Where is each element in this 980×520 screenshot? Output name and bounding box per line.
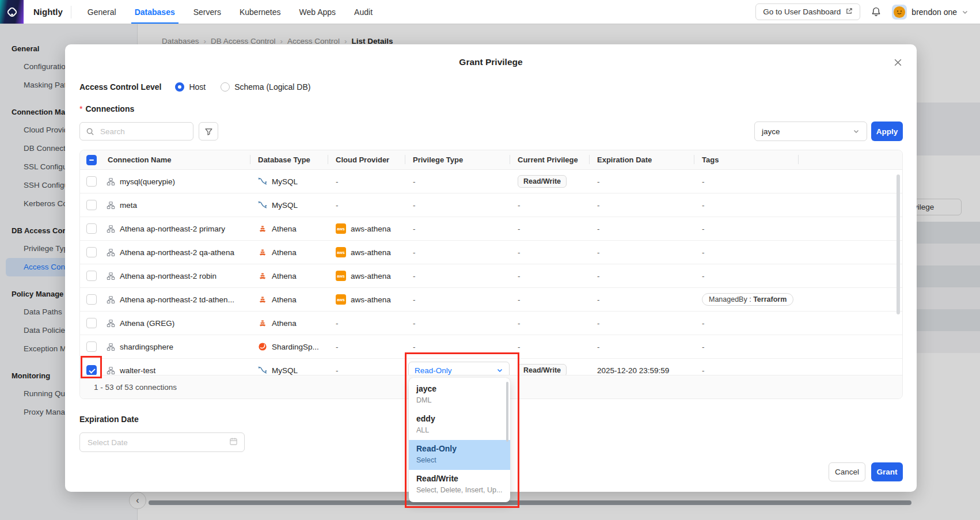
user-menu[interactable]: brendon one (892, 5, 968, 20)
database-type-cell: Athena (250, 224, 328, 233)
tab-databases[interactable]: Databases (126, 0, 184, 24)
dropdown-scrollbar[interactable] (506, 382, 508, 442)
dropdown-option-read-write[interactable]: Read/WriteSelect, Delete, Insert, Up... (409, 470, 510, 500)
database-type-cell: Athena (250, 248, 328, 257)
dropdown-option-subtitle: Select, Delete, Insert, Up... (416, 485, 503, 496)
aws-badge-icon: aws (336, 223, 346, 234)
close-icon[interactable] (891, 56, 904, 69)
table-vertical-scrollbar[interactable] (897, 174, 900, 314)
privilege-type-cell: - (405, 319, 510, 328)
select-all-checkbox[interactable] (86, 155, 97, 165)
expiration-date-input[interactable] (86, 438, 215, 447)
row-checkbox[interactable] (86, 341, 97, 352)
dropdown-option-subtitle: ALL (416, 425, 503, 436)
database-type-cell: MySQL (250, 366, 328, 375)
dropdown-option-title: Read-Only (416, 443, 503, 455)
main-tabs: GeneralDatabasesServersKubernetesWeb App… (78, 0, 382, 24)
cloud-provider: aws-athena (351, 295, 391, 304)
cancel-button[interactable]: Cancel (829, 462, 865, 481)
row-checkbox[interactable] (86, 294, 97, 305)
dropdown-option-jayce[interactable]: jayceDML (409, 380, 510, 410)
expiration-date-cell: - (589, 295, 694, 304)
current-privilege-cell: - (510, 295, 589, 304)
col-tags[interactable]: Tags (694, 150, 798, 169)
row-checkbox[interactable] (86, 200, 97, 210)
search-input[interactable] (99, 127, 182, 136)
col-current-privilege[interactable]: Current Privilege (510, 150, 589, 169)
mysql-icon (258, 200, 267, 210)
row-checkbox-cell (80, 223, 100, 234)
tags-cell: - (694, 366, 798, 375)
cloud-provider-cell: awsaws-athena (328, 271, 405, 281)
tab-general[interactable]: General (78, 0, 126, 24)
col-cloud-provider[interactable]: Cloud Provider (328, 150, 405, 169)
row-checkbox-cell (80, 318, 100, 328)
modal-footer: Cancel Grant (829, 462, 903, 481)
apply-button[interactable]: Apply (871, 122, 903, 141)
row-checkbox[interactable] (86, 365, 97, 375)
connection-name: mysql(querypie) (120, 177, 175, 186)
privilege-user-select[interactable]: jayce (754, 122, 867, 141)
calendar-icon (229, 437, 238, 448)
row-checkbox[interactable] (86, 247, 97, 257)
dropdown-option-read-only[interactable]: Read-OnlySelect (409, 440, 510, 470)
database-type: Athena (272, 272, 297, 280)
database-type: Athena (272, 319, 297, 328)
athena-icon (258, 224, 267, 233)
user-name: brendon one (911, 7, 957, 17)
connection-sitemap-icon (107, 248, 115, 257)
connection-name-cell: meta (100, 201, 250, 210)
radio-label: Host (189, 82, 206, 92)
notifications-bell-icon[interactable] (871, 6, 882, 17)
tags-cell: - (694, 225, 798, 233)
row-checkbox[interactable] (86, 271, 97, 281)
grant-button[interactable]: Grant (871, 462, 903, 481)
tag-pill[interactable]: ManagedBy : Terraform (702, 293, 793, 306)
col-connection-name[interactable]: Connection Name (100, 150, 250, 169)
tab-audit[interactable]: Audit (345, 0, 382, 24)
connection-name-cell: Athena (GREG) (100, 319, 250, 328)
svg-text:aws: aws (337, 226, 345, 231)
connection-name-cell: Athena ap-northeast-2 qa-athena (100, 248, 250, 257)
expiration-date-cell: - (589, 201, 694, 210)
connection-name: Athena ap-northeast-2 td-athen... (120, 295, 234, 304)
tab-servers[interactable]: Servers (184, 0, 230, 24)
row-checkbox[interactable] (86, 318, 97, 328)
table-row: Athena ap-northeast-2 robinAthenaawsaws-… (80, 264, 902, 288)
privilege-type-cell: - (405, 343, 510, 351)
workspace-name: Nightly (33, 7, 63, 17)
dropdown-option-subtitle: DML (416, 395, 503, 406)
row-checkbox[interactable] (86, 223, 97, 234)
go-to-user-dashboard-button[interactable]: Go to User Dashboard (755, 3, 860, 20)
table-row: Athena ap-northeast-2 primaryAthenaawsaw… (80, 217, 902, 241)
cloud-provider-cell: awsaws-athena (328, 223, 405, 234)
row-checkbox-cell (80, 294, 100, 305)
chevron-down-icon (853, 128, 860, 135)
col-privilege-type[interactable]: Privilege Type (405, 150, 510, 169)
filter-button[interactable] (199, 122, 218, 141)
dropdown-option-eddy[interactable]: eddyALL (409, 410, 510, 440)
connection-name: shardingsphere (120, 343, 173, 351)
row-checkbox[interactable] (86, 176, 97, 187)
privilege-type-cell: - (405, 177, 510, 186)
radio-host[interactable]: Host (175, 82, 206, 92)
col-expiration-date[interactable]: Expiration Date (589, 150, 694, 169)
cloud-provider-cell: - (328, 343, 405, 351)
connection-sitemap-icon (107, 225, 115, 233)
connection-name-cell: mysql(querypie) (100, 177, 250, 186)
dropdown-option-title: eddy (416, 413, 503, 425)
app-logo[interactable] (0, 0, 24, 24)
tab-kubernetes[interactable]: Kubernetes (230, 0, 290, 24)
tab-web-apps[interactable]: Web Apps (290, 0, 345, 24)
row-checkbox-cell (80, 247, 100, 257)
database-type: MySQL (272, 201, 298, 210)
connection-sitemap-icon (107, 201, 115, 210)
cloud-provider: aws-athena (351, 272, 391, 280)
cloud-provider-cell: - (328, 177, 405, 186)
current-privilege-cell: - (510, 343, 589, 351)
col-database-type[interactable]: Database Type (250, 150, 328, 169)
radio-schema-logical-db[interactable]: Schema (Logical DB) (221, 82, 310, 92)
database-type-cell: ShardingSp... (250, 342, 328, 351)
tags-cell: - (694, 201, 798, 210)
table-controls: jayce Apply (79, 122, 902, 141)
